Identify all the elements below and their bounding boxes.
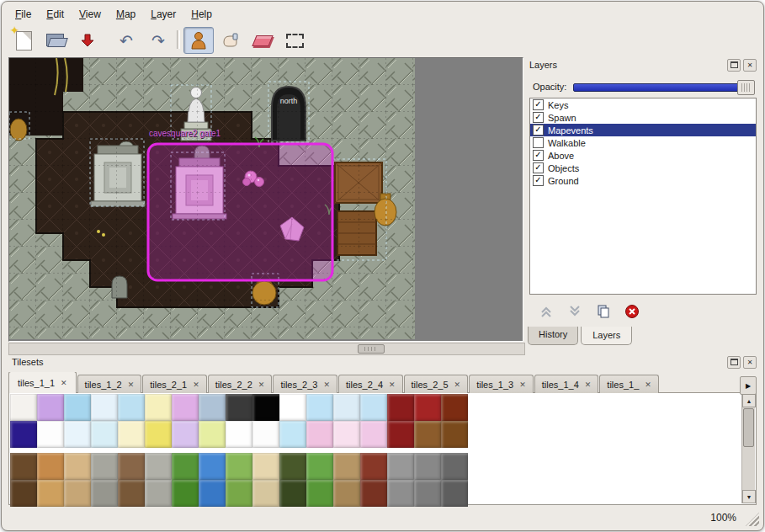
tileset-tile[interactable] <box>172 394 199 421</box>
tileset-tile[interactable] <box>279 453 306 480</box>
tileset-tile[interactable] <box>118 421 145 448</box>
tileset-tile[interactable] <box>145 453 172 480</box>
layer-row-walkable[interactable]: Walkable <box>530 136 756 149</box>
tileset-tile[interactable] <box>91 480 118 507</box>
tileset-tile[interactable] <box>91 394 118 421</box>
tileset-tab-tiles_2_4[interactable]: tiles_2_4✕ <box>338 375 403 393</box>
dock-float-button[interactable] <box>727 356 741 369</box>
opacity-slider[interactable] <box>573 80 755 93</box>
tileset-tile[interactable] <box>387 480 414 507</box>
layer-raise-button[interactable] <box>536 302 556 321</box>
menu-item-edit[interactable]: Edit <box>40 7 71 22</box>
tileset-tab-tiles_1_3[interactable]: tiles_1_3✕ <box>469 375 534 393</box>
layer-visibility-checkbox[interactable]: ✓ <box>533 99 544 110</box>
tileset-tile[interactable] <box>64 453 91 480</box>
tileset-tile[interactable] <box>360 453 387 480</box>
tileset-tile[interactable] <box>333 421 360 448</box>
layer-visibility-checkbox[interactable]: ✓ <box>533 175 544 186</box>
tileset-tile[interactable] <box>252 480 279 507</box>
tileset-tile[interactable] <box>306 453 333 480</box>
tab-close-icon[interactable]: ✕ <box>645 380 651 389</box>
tileset-tile[interactable] <box>10 480 37 507</box>
layer-visibility-checkbox[interactable]: ✓ <box>533 112 544 123</box>
dock-tab-history[interactable]: History <box>528 327 578 345</box>
select-tool-button[interactable] <box>279 27 310 54</box>
tileset-tile[interactable] <box>414 480 441 507</box>
tileset-tile[interactable] <box>64 421 91 448</box>
tab-close-icon[interactable]: ✕ <box>389 380 396 389</box>
map-selection-region[interactable] <box>148 144 332 280</box>
tileset-tab-tiles_2_1[interactable]: tiles_2_1✕ <box>142 375 207 393</box>
dock-close-button[interactable]: ✕ <box>743 59 757 72</box>
tileset-tile[interactable] <box>118 394 145 421</box>
tileset-tile[interactable] <box>441 453 468 480</box>
scroll-down-button[interactable]: ▼ <box>742 490 756 503</box>
dock-float-button[interactable] <box>727 59 741 72</box>
tileset-tile[interactable] <box>145 480 172 507</box>
menu-item-help[interactable]: Help <box>184 7 219 22</box>
vscrollbar-handle[interactable] <box>743 408 754 447</box>
tileset-tile[interactable] <box>360 421 387 448</box>
tileset-tile[interactable] <box>387 421 414 448</box>
tileset-tab-tiles_1_1[interactable]: tiles_1_1✕ <box>8 372 77 393</box>
tileset-tile[interactable] <box>252 394 279 421</box>
tileset-tile[interactable] <box>333 453 360 480</box>
map-hscrollbar[interactable] <box>8 343 525 355</box>
opacity-slider-handle[interactable] <box>737 80 755 95</box>
tileset-tab-tiles_2_2[interactable]: tiles_2_2✕ <box>208 375 273 393</box>
tileset-tile[interactable] <box>118 453 145 480</box>
tileset-tile[interactable] <box>414 453 441 480</box>
tab-close-icon[interactable]: ✕ <box>519 380 526 389</box>
tileset-tile[interactable] <box>226 394 252 421</box>
layer-duplicate-button[interactable] <box>593 302 614 321</box>
tileset-tile[interactable] <box>360 394 387 421</box>
layer-visibility-checkbox[interactable]: ✓ <box>533 162 544 173</box>
tab-scroll-right-button[interactable]: ▶ <box>740 376 757 395</box>
hscrollbar-handle[interactable] <box>358 344 385 354</box>
tileset-tile[interactable] <box>199 453 226 480</box>
brush-tool-button[interactable] <box>215 27 246 54</box>
map-canvas[interactable]: cavesquare2 gate1 cavesquare2 gate1 nort… <box>8 57 523 342</box>
tileset-tile[interactable] <box>64 480 91 507</box>
layer-row-above[interactable]: ✓Above <box>530 149 756 162</box>
open-file-button[interactable] <box>40 27 71 54</box>
dock-close-button[interactable]: ✕ <box>743 356 757 369</box>
tab-close-icon[interactable]: ✕ <box>585 380 592 389</box>
tileset-tile[interactable] <box>441 480 468 507</box>
tileset-tile[interactable] <box>226 480 252 507</box>
tileset-tile[interactable] <box>279 421 306 448</box>
menu-item-view[interactable]: View <box>72 7 108 22</box>
tileset-tile[interactable] <box>306 394 333 421</box>
tileset-tile[interactable] <box>37 480 64 507</box>
tileset-tile[interactable] <box>91 453 118 480</box>
redo-button[interactable]: ↷ <box>143 27 173 54</box>
tileset-tile[interactable] <box>172 480 199 507</box>
tileset-tile[interactable] <box>226 453 252 480</box>
tab-close-icon[interactable]: ✕ <box>61 379 67 387</box>
tileset-tile[interactable] <box>306 480 333 507</box>
tileset-tile[interactable] <box>414 394 441 421</box>
tileset-tile[interactable] <box>91 421 118 448</box>
layer-row-spawn[interactable]: ✓Spawn <box>530 111 756 124</box>
tileset-tile[interactable] <box>10 394 37 421</box>
tileset-tile[interactable] <box>199 394 226 421</box>
save-file-button[interactable] <box>72 27 103 54</box>
menu-item-map[interactable]: Map <box>109 7 142 22</box>
tileset-tile[interactable] <box>145 421 172 448</box>
layer-row-ground[interactable]: ✓Ground <box>530 174 756 187</box>
tileset-tile[interactable] <box>252 421 279 448</box>
tileset-tile[interactable] <box>10 453 37 480</box>
tab-close-icon[interactable]: ✕ <box>323 380 330 389</box>
tileset-vscrollbar[interactable]: ▲ ▼ <box>741 394 755 503</box>
tileset-tile[interactable] <box>172 421 199 448</box>
tileset-tile[interactable] <box>360 480 387 507</box>
tileset-tab-tiles_1_[interactable]: tiles_1_✕ <box>599 375 658 393</box>
tileset-tab-tiles_2_5[interactable]: tiles_2_5✕ <box>404 375 469 393</box>
layer-row-objects[interactable]: ✓Objects <box>530 162 756 174</box>
scroll-up-button[interactable]: ▲ <box>742 394 756 407</box>
tileset-tab-tiles_1_4[interactable]: tiles_1_4✕ <box>534 375 599 393</box>
tileset-tile[interactable] <box>387 453 414 480</box>
layer-row-mapevents[interactable]: ✓Mapevents <box>530 124 756 136</box>
dock-tab-layers[interactable]: Layers <box>581 327 632 345</box>
tileset-tile[interactable] <box>145 394 172 421</box>
